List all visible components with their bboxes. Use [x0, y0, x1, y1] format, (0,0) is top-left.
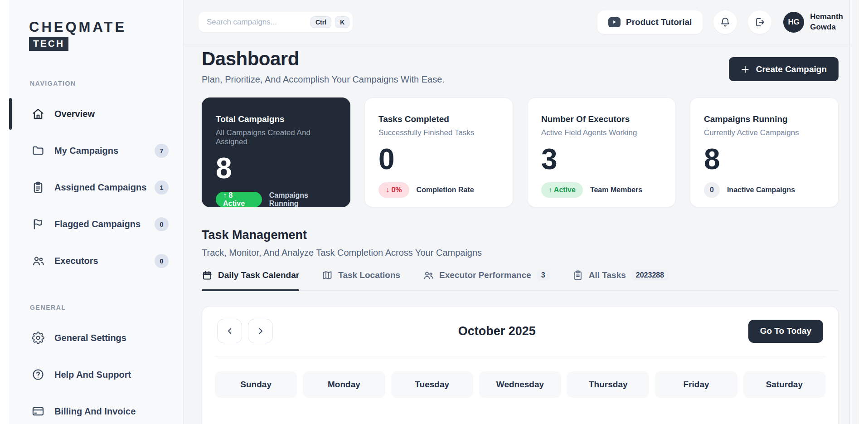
stat-badge-note: Completion Rate	[417, 186, 474, 194]
search-input[interactable]	[207, 18, 307, 27]
stat-card-tasks-completed[interactable]: Tasks Completed Successfully Finished Ta…	[364, 97, 513, 207]
sidebar-badge: 0	[155, 254, 169, 268]
sidebar-item-label: Help And Support	[54, 370, 131, 380]
create-campaign-label: Create Campaign	[756, 64, 827, 74]
sidebar-item-label: Flagged Campaigns	[54, 219, 141, 229]
product-tutorial-label: Product Tutorial	[626, 17, 692, 27]
stat-badge-note: Inactive Campaigns	[727, 186, 795, 194]
sidebar-badge: 0	[155, 217, 169, 231]
gear-icon	[32, 331, 44, 344]
brand-logo: CHEQMATE TECH	[9, 19, 183, 51]
sidebar-badge: 7	[155, 144, 169, 158]
page-scrollbar[interactable]	[859, 0, 868, 424]
page-content: Dashboard Plan, Prioritize, And Accompli…	[184, 44, 849, 424]
day-header-saturday: Saturday	[743, 371, 825, 398]
folder-icon	[32, 144, 44, 157]
prev-month-button[interactable]	[217, 319, 242, 343]
calendar-card: October 2025 Go To Today Sunday Monday T…	[202, 306, 839, 424]
main-area: Ctrl K Product Tutorial	[184, 0, 849, 424]
tab-task-locations[interactable]: Task Locations	[322, 270, 400, 290]
calendar-header: October 2025 Go To Today	[215, 319, 825, 356]
stat-title: Campaigns Running	[704, 114, 824, 124]
sidebar-item-assigned-campaigns[interactable]: Assigned Campaigns 1	[9, 172, 183, 202]
calendar-day-headers: Sunday Monday Tuesday Wednesday Thursday…	[215, 371, 825, 398]
sidebar-item-flagged-campaigns[interactable]: Flagged Campaigns 0	[9, 209, 183, 239]
stat-title: Total Campaigns	[216, 114, 336, 124]
tab-executor-performance[interactable]: Executor Performance 3	[423, 270, 550, 290]
day-header-friday: Friday	[655, 371, 737, 398]
stat-value: 8	[216, 154, 336, 183]
status-badge: ↑ 8 Active	[216, 192, 262, 207]
search-bar[interactable]: Ctrl K	[199, 12, 353, 32]
stat-title: Tasks Completed	[378, 114, 499, 124]
stat-subtitle: Currently Active Campaigns	[704, 128, 824, 137]
create-campaign-button[interactable]: Create Campaign	[729, 57, 839, 81]
sidebar-item-label: Billing And Invoice	[54, 406, 136, 417]
day-header-monday: Monday	[303, 371, 385, 398]
users-icon	[32, 254, 44, 267]
flag-icon	[32, 218, 44, 230]
status-badge: 0	[704, 182, 720, 198]
user-last-name: Gowda	[810, 22, 843, 32]
page-header: Dashboard Plan, Prioritize, And Accompli…	[202, 48, 839, 85]
page-title: Dashboard	[202, 48, 445, 70]
help-icon	[32, 368, 44, 381]
brand-name: CHEQMATE	[29, 19, 183, 35]
tab-all-tasks[interactable]: All Tasks 2023288	[572, 270, 669, 290]
home-icon	[32, 107, 44, 120]
day-header-wednesday: Wednesday	[479, 371, 561, 398]
sidebar-section-general: GENERAL	[9, 304, 183, 311]
user-menu[interactable]: HG Hemanth Gowda	[783, 12, 843, 33]
sidebar-item-overview[interactable]: Overview	[9, 99, 183, 129]
tab-label: Task Locations	[338, 270, 400, 280]
stat-subtitle: Successfully Finished Tasks	[378, 128, 499, 137]
play-icon	[608, 17, 621, 27]
user-first-name: Hemanth	[810, 12, 843, 22]
map-icon	[322, 270, 333, 281]
sidebar-item-label: Assigned Campaigns	[54, 182, 146, 193]
sidebar-section-navigation: NAVIGATION	[9, 80, 183, 87]
status-badge: ↑ Active	[541, 182, 583, 198]
stat-badge-note: Campaigns Running	[269, 191, 336, 208]
user-name: Hemanth Gowda	[810, 12, 843, 32]
task-management-title: Task Management	[202, 228, 839, 242]
sidebar-item-billing-invoice[interactable]: Billing And Invoice	[9, 396, 183, 424]
users-icon	[423, 270, 434, 281]
sidebar: CHEQMATE TECH NAVIGATION Overview My Cam…	[9, 0, 184, 424]
logout-button[interactable]	[748, 10, 771, 34]
day-header-sunday: Sunday	[215, 371, 297, 398]
task-management-subtitle: Track, Monitor, And Analyze Task Complet…	[202, 248, 839, 258]
go-to-today-button[interactable]: Go To Today	[748, 320, 823, 343]
sidebar-item-my-campaigns[interactable]: My Campaigns 7	[9, 136, 183, 166]
app-window: CHEQMATE TECH NAVIGATION Overview My Cam…	[9, 0, 859, 424]
tab-label: All Tasks	[589, 270, 626, 280]
sidebar-item-label: General Settings	[54, 333, 126, 343]
stat-card-total-campaigns[interactable]: Total Campaigns All Campaigns Created An…	[202, 97, 350, 207]
sidebar-general-list: General Settings Help And Support Billin…	[9, 323, 183, 424]
logout-icon	[754, 17, 765, 28]
product-tutorial-button[interactable]: Product Tutorial	[597, 10, 703, 34]
kbd-ctrl: Ctrl	[310, 16, 331, 28]
stat-value: 0	[378, 145, 499, 174]
tab-badge: 3	[537, 270, 550, 281]
sidebar-item-label: My Campaigns	[54, 146, 118, 156]
sidebar-item-label: Executors	[54, 256, 98, 266]
tab-badge: 2023288	[631, 270, 669, 281]
sidebar-item-general-settings[interactable]: General Settings	[9, 323, 183, 353]
bell-icon	[720, 17, 731, 28]
stat-card-number-of-executors[interactable]: Number Of Executors Active Field Agents …	[527, 97, 676, 207]
credit-card-icon	[32, 405, 44, 418]
stat-badge-note: Team Members	[590, 186, 642, 194]
plus-icon	[741, 65, 750, 74]
notifications-button[interactable]	[713, 10, 737, 34]
sidebar-nav-list: Overview My Campaigns 7 Assigned Campaig…	[9, 99, 183, 276]
stat-value: 3	[541, 145, 662, 174]
kbd-k: K	[335, 16, 349, 28]
sidebar-item-help-support[interactable]: Help And Support	[9, 360, 183, 390]
stats-grid: Total Campaigns All Campaigns Created An…	[202, 97, 839, 207]
brand-sub: TECH	[29, 37, 68, 51]
sidebar-item-executors[interactable]: Executors 0	[9, 246, 183, 276]
day-header-thursday: Thursday	[567, 371, 649, 398]
stat-card-campaigns-running[interactable]: Campaigns Running Currently Active Campa…	[690, 97, 839, 207]
tab-daily-task-calendar[interactable]: Daily Task Calendar	[202, 270, 299, 290]
